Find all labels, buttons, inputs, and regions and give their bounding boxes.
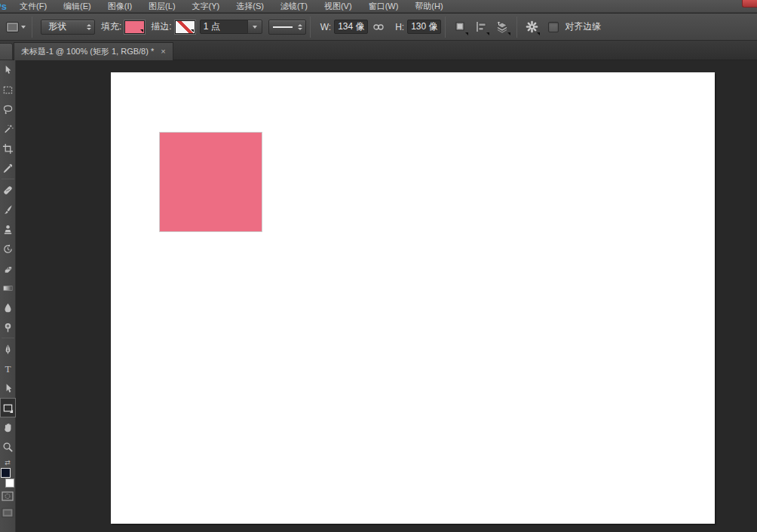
arrange-layers-icon (495, 21, 509, 33)
solid-line-icon (273, 26, 293, 28)
gradient-tool-button[interactable] (0, 278, 16, 298)
path-arrangement-button[interactable] (493, 18, 511, 36)
chevron-down-icon (191, 29, 194, 32)
history-brush-tool-button[interactable] (0, 239, 16, 258)
screen-mode-icon (2, 508, 14, 518)
document-canvas[interactable] (111, 72, 715, 524)
blur-tool-button[interactable] (0, 298, 16, 317)
brush-icon (2, 204, 14, 216)
align-edges-label: 对齐边缘 (565, 20, 601, 33)
chevron-down-icon (537, 32, 540, 35)
height-input[interactable]: 130 像 (407, 20, 441, 34)
height-value: 130 像 (411, 20, 437, 33)
fill-label: 填充: (101, 20, 121, 33)
type-tool-button[interactable]: T (0, 359, 16, 378)
gear-icon (526, 20, 538, 33)
align-edges-icon (475, 21, 487, 32)
tools-panel-header[interactable] (0, 43, 13, 60)
photoshop-window: Ps 文件(F) 编辑(E) 图像(I) 图层(L) 文字(Y) 选择(S) 滤… (0, 0, 757, 532)
width-value: 134 像 (338, 20, 364, 33)
brush-tool-button[interactable] (0, 200, 16, 219)
tool-mode-select[interactable]: 形状 (41, 20, 95, 35)
quick-mask-icon (2, 491, 14, 501)
link-dimensions-button[interactable] (369, 18, 388, 36)
eyedropper-tool-button[interactable] (0, 158, 16, 178)
geometry-options-button[interactable] (523, 18, 541, 36)
canvas-shape[interactable] (160, 133, 262, 231)
menu-filter[interactable]: 滤镜(T) (272, 0, 316, 13)
menu-image[interactable]: 图像(I) (100, 0, 140, 13)
crop-tool-button[interactable] (0, 139, 16, 158)
swap-colors-button[interactable]: ⇄ (5, 458, 11, 467)
eraser-tool-button[interactable] (0, 258, 16, 278)
chain-link-icon (372, 23, 385, 32)
stroke-width-value: 1 点 (204, 20, 220, 33)
width-label: W: (320, 22, 331, 32)
rectangle-tool-button[interactable] (0, 398, 16, 417)
document-tab-title: 未标题-1 @ 100% (矩形 1, RGB/8) * (21, 46, 154, 57)
magnifier-icon (2, 442, 14, 453)
path-alignment-button[interactable] (472, 18, 490, 36)
selection-arrow-icon (2, 383, 14, 394)
divider (310, 17, 311, 38)
menu-edit[interactable]: 编辑(E) (55, 0, 100, 13)
lasso-tool-button[interactable] (0, 99, 16, 119)
move-icon (2, 65, 14, 76)
divider (32, 17, 32, 38)
menu-select[interactable]: 选择(S) (228, 0, 272, 13)
path-selection-tool-button[interactable] (0, 378, 16, 398)
dodge-tool-button[interactable] (0, 317, 16, 337)
zoom-tool-button[interactable] (0, 437, 16, 457)
width-input[interactable]: 134 像 (334, 20, 368, 34)
updown-arrows-icon (298, 24, 302, 30)
chevron-down-icon (507, 32, 510, 35)
document-tab[interactable]: 未标题-1 @ 100% (矩形 1, RGB/8) * × (14, 42, 173, 60)
menu-type[interactable]: 文字(Y) (184, 0, 228, 13)
history-brush-icon (2, 243, 14, 255)
quick-selection-tool-button[interactable] (0, 119, 16, 139)
clone-stamp-icon (2, 224, 14, 235)
eraser-icon (2, 263, 14, 274)
dodge-icon (2, 322, 14, 333)
chevron-down-icon (486, 32, 489, 35)
stroke-swatch[interactable] (175, 20, 195, 34)
height-label: H: (395, 22, 404, 32)
menu-help[interactable]: 帮助(H) (406, 0, 451, 13)
chevron-down-icon (253, 26, 257, 29)
hand-icon (2, 422, 14, 433)
menu-layer[interactable]: 图层(L) (140, 0, 183, 13)
background-color-swatch[interactable] (5, 478, 14, 488)
tab-close-icon[interactable]: × (161, 47, 165, 56)
quick-mask-button[interactable] (0, 488, 16, 504)
move-tool-button[interactable] (0, 60, 16, 80)
rectangular-marquee-tool-button[interactable] (0, 80, 16, 99)
stroke-width-dropdown-button[interactable] (247, 20, 262, 34)
menu-bar: Ps 文件(F) 编辑(E) 图像(I) 图层(L) 文字(Y) 选择(S) 滤… (0, 0, 757, 13)
type-tool-glyph: T (5, 363, 11, 375)
menu-window[interactable]: 窗口(W) (360, 0, 407, 13)
updown-arrows-icon (87, 24, 91, 30)
color-wells (0, 468, 15, 488)
fill-swatch[interactable] (124, 20, 145, 34)
screen-mode-button[interactable] (0, 504, 16, 521)
pen-tool-button[interactable] (0, 339, 16, 359)
align-edges-checkbox[interactable] (548, 22, 559, 32)
tool-preset-picker[interactable] (4, 20, 28, 34)
pen-nib-icon (2, 344, 14, 355)
clone-stamp-tool-button[interactable] (0, 219, 16, 239)
eyedropper-icon (2, 163, 14, 174)
rectangle-tool-preset-icon (6, 22, 19, 32)
type-icon: T (2, 363, 14, 375)
spot-healing-brush-tool-button[interactable] (0, 180, 16, 200)
window-close-button[interactable] (742, 0, 757, 8)
rectangle-shape-icon (2, 402, 14, 414)
hand-tool-button[interactable] (0, 417, 16, 437)
path-operations-button[interactable] (451, 18, 469, 36)
stroke-width-input[interactable]: 1 点 (200, 20, 248, 34)
lasso-icon (2, 104, 14, 115)
stroke-style-select[interactable] (268, 20, 306, 35)
foreground-color-swatch[interactable] (1, 468, 11, 478)
magic-wand-icon (2, 124, 14, 135)
menu-file[interactable]: 文件(F) (11, 0, 55, 13)
menu-view[interactable]: 视图(V) (316, 0, 360, 13)
